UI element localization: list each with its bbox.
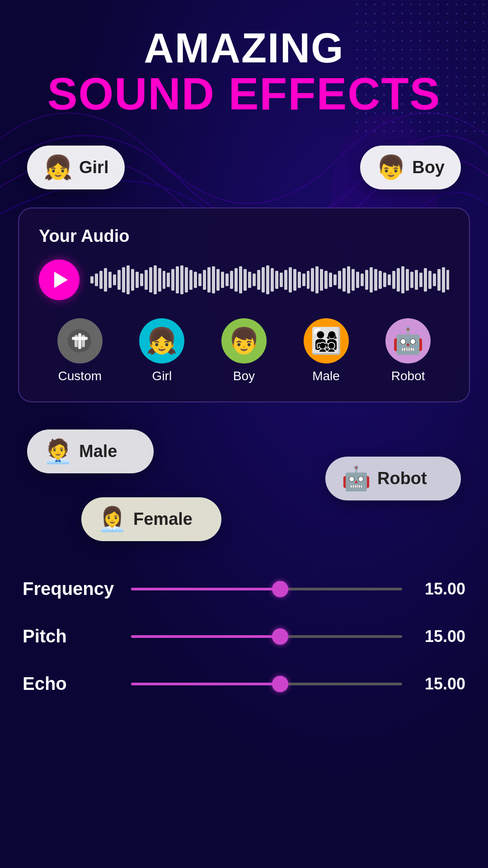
- frequency-thumb[interactable]: [272, 581, 288, 597]
- male-effect-icon: 👨‍👩‍👧‍👦: [304, 318, 349, 363]
- waveform-bar: [122, 267, 125, 292]
- custom-icon: [57, 318, 103, 363]
- waveform-bar: [333, 274, 337, 285]
- waveform-bar: [216, 269, 220, 291]
- bottom-badges: 🧑‍💼 Male 🤖 Robot 👩‍💼 Female: [18, 429, 470, 556]
- waveform-bar: [239, 266, 242, 293]
- waveform-bar: [280, 273, 283, 287]
- frequency-track[interactable]: [131, 588, 402, 590]
- waveform-bar: [365, 270, 368, 290]
- play-button[interactable]: [39, 259, 80, 300]
- waveform-bar: [95, 274, 98, 286]
- waveform-bar: [397, 268, 400, 292]
- waveform-bar: [113, 274, 116, 285]
- waveform-bar: [154, 265, 157, 294]
- effect-boy[interactable]: 👦 Boy: [221, 318, 267, 383]
- waveform-bar: [185, 267, 188, 292]
- waveform-bar: [225, 274, 229, 286]
- waveform-bar: [180, 265, 183, 294]
- waveform-bar: [383, 273, 386, 287]
- waveform-bar: [145, 270, 148, 290]
- waveform-bar: [289, 267, 292, 292]
- waveform-bar: [284, 270, 287, 290]
- waveform-bar: [311, 268, 314, 292]
- badge-boy-label: Boy: [412, 158, 445, 177]
- waveform-bar: [212, 266, 215, 293]
- waveform-bar: [90, 276, 94, 283]
- girl-avatar: 👧: [43, 154, 73, 181]
- echo-track[interactable]: [131, 683, 402, 685]
- audio-card: Your Audio Custom: [18, 208, 470, 402]
- title-sound-effects: SOUND EFFECTS: [18, 69, 470, 118]
- effect-custom[interactable]: Custom: [57, 318, 103, 383]
- waveform-bar: [320, 269, 323, 291]
- waveform-bar: [244, 269, 247, 291]
- waveform-bar: [203, 270, 206, 290]
- waveform-bar: [343, 268, 346, 292]
- badge-girl-label: Girl: [79, 158, 108, 177]
- echo-label: Echo: [23, 674, 122, 694]
- effects-row: Custom 👧 Girl 👦 Boy 👨‍👩‍👧‍👦: [39, 318, 449, 383]
- waveform-bar: [266, 265, 269, 294]
- waveform-bar: [131, 269, 134, 291]
- waveform-bar: [338, 271, 341, 289]
- waveform-bar: [198, 274, 202, 286]
- waveform-bar: [406, 269, 409, 291]
- badge-female[interactable]: 👩‍💼 Female: [81, 497, 221, 541]
- waveform-bar: [298, 272, 301, 288]
- audio-player: [39, 259, 449, 300]
- waveform-bar: [149, 267, 152, 292]
- title-amazing: AMAZING: [18, 27, 470, 69]
- waveform-bar: [293, 269, 296, 291]
- boy-effect-label: Boy: [233, 369, 255, 383]
- echo-thumb[interactable]: [272, 676, 288, 692]
- svg-rect-3: [72, 337, 88, 340]
- custom-label: Custom: [58, 369, 102, 383]
- waveform-bar: [207, 267, 211, 292]
- waveform-bar: [221, 272, 224, 288]
- waveform-bar: [424, 268, 427, 292]
- waveform-bar: [99, 271, 103, 289]
- badge-boy[interactable]: 👦 Boy: [360, 146, 461, 189]
- waveform-bar: [158, 268, 161, 292]
- pitch-label: Pitch: [23, 626, 122, 646]
- waveform: [90, 262, 449, 298]
- waveform-bar: [302, 274, 305, 286]
- waveform-bar: [356, 272, 359, 288]
- waveform-bar: [415, 270, 418, 290]
- waveform-bar: [392, 271, 395, 289]
- effect-girl[interactable]: 👧 Girl: [139, 318, 184, 383]
- effect-robot[interactable]: 🤖 Robot: [385, 318, 431, 383]
- waveform-bar: [401, 266, 404, 293]
- frequency-label: Frequency: [23, 579, 122, 599]
- badge-female-label: Female: [133, 509, 192, 529]
- waveform-bar: [437, 269, 441, 291]
- badge-male[interactable]: 🧑‍💼 Male: [27, 429, 154, 473]
- waveform-bar: [194, 272, 197, 288]
- robot-effect-label: Robot: [391, 369, 425, 383]
- waveform-bar: [433, 274, 436, 286]
- frequency-fill: [131, 588, 280, 590]
- badge-robot-bottom[interactable]: 🤖 Robot: [325, 457, 461, 500]
- waveform-bar: [370, 267, 373, 292]
- male-avatar-icon: 🧑‍💼: [43, 438, 73, 465]
- robot-effect-icon: 🤖: [385, 318, 431, 363]
- audio-card-title: Your Audio: [39, 226, 449, 246]
- pitch-value: 15.00: [411, 627, 465, 646]
- waveform-bar: [257, 270, 260, 290]
- waveform-bar: [127, 265, 130, 294]
- badge-girl[interactable]: 👧 Girl: [27, 146, 125, 189]
- echo-value: 15.00: [411, 675, 465, 693]
- echo-row: Echo 15.00: [23, 674, 465, 694]
- frequency-value: 15.00: [411, 580, 465, 599]
- effect-male[interactable]: 👨‍👩‍👧‍👦 Male: [304, 318, 349, 383]
- waveform-bar: [104, 268, 107, 292]
- waveform-bar: [361, 274, 364, 286]
- waveform-bar: [315, 266, 319, 293]
- pitch-thumb[interactable]: [272, 628, 288, 645]
- badge-male-label: Male: [79, 442, 117, 461]
- pitch-row: Pitch 15.00: [23, 626, 465, 646]
- pitch-track[interactable]: [131, 635, 402, 638]
- waveform-bar: [307, 271, 310, 289]
- waveform-bar: [189, 270, 192, 290]
